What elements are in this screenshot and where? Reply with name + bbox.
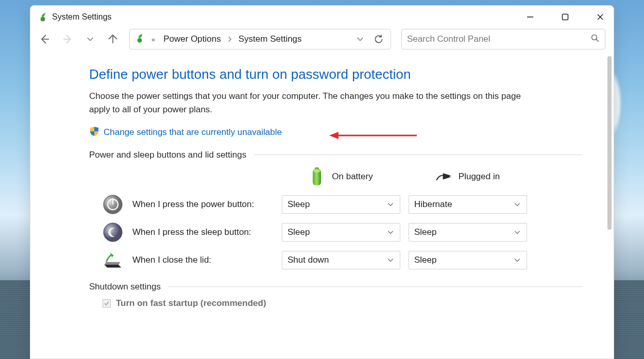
- refresh-button[interactable]: [371, 31, 386, 47]
- admin-link[interactable]: Change settings that are currently unava…: [104, 127, 282, 138]
- recent-locations-button[interactable]: [84, 33, 96, 45]
- breadcrumb-power-options[interactable]: Power Options: [161, 34, 223, 44]
- search-icon[interactable]: [590, 33, 600, 45]
- window-title: System Settings: [52, 12, 112, 22]
- combo-power-button-plugged[interactable]: Hibernate: [409, 195, 527, 214]
- chevron-down-icon: [386, 256, 395, 264]
- combo-value: Sleep: [414, 227, 513, 237]
- maximize-button[interactable]: [557, 9, 573, 25]
- combo-value: Sleep: [414, 255, 513, 265]
- fast-startup-checkbox[interactable]: [103, 299, 111, 307]
- shield-icon: [89, 126, 99, 139]
- chevron-down-icon: [513, 256, 521, 264]
- up-button[interactable]: [107, 33, 119, 45]
- chevron-down-icon: [386, 200, 395, 209]
- breadcrumb-separator-icon: [226, 36, 233, 43]
- address-dropdown-button[interactable]: [352, 31, 368, 47]
- combo-close-lid-plugged[interactable]: Sleep: [409, 251, 527, 269]
- svg-point-9: [138, 38, 142, 43]
- page-description: Choose the power settings that you want …: [89, 90, 532, 117]
- combo-close-lid-battery[interactable]: Shut down: [282, 251, 400, 269]
- combo-value: Hibernate: [414, 199, 513, 210]
- svg-line-4: [598, 14, 603, 20]
- svg-marker-25: [105, 262, 121, 264]
- app-icon: [38, 12, 48, 22]
- search-input[interactable]: [407, 34, 585, 44]
- svg-point-10: [592, 35, 597, 40]
- back-button[interactable]: [39, 33, 51, 45]
- header-on-battery-label: On battery: [332, 172, 372, 182]
- svg-marker-17: [443, 173, 450, 179]
- annotation-arrow-icon: [329, 131, 417, 140]
- svg-rect-3: [563, 14, 568, 20]
- section-rule: [253, 155, 583, 155]
- svg-marker-24: [105, 265, 122, 267]
- section-legend-power-sleep-lid: Power and sleep buttons and lid settings: [89, 150, 246, 160]
- row-power-button: When I press the power button: Sleep Hib…: [89, 194, 583, 215]
- svg-point-23: [104, 223, 122, 242]
- chevron-down-icon: [513, 228, 521, 236]
- page-heading: Define power buttons and turn on passwor…: [89, 66, 583, 82]
- titlebar: System Settings: [30, 6, 614, 28]
- svg-line-5: [598, 14, 603, 20]
- forward-button[interactable]: [61, 33, 74, 45]
- header-plugged-in-label: Plugged in: [459, 172, 500, 182]
- section-rule: [168, 286, 583, 287]
- fast-startup-row: Turn on fast startup (recommended): [89, 298, 583, 309]
- svg-line-11: [596, 39, 599, 42]
- svg-marker-13: [329, 132, 338, 139]
- row-close-lid-label: When I close the lid:: [132, 255, 211, 265]
- fast-startup-label: Turn on fast startup (recommended): [116, 298, 266, 309]
- combo-value: Shut down: [287, 255, 386, 265]
- row-close-lid: When I close the lid: Shut down Sleep: [89, 250, 583, 270]
- vertical-scrollbar[interactable]: [607, 56, 612, 355]
- svg-point-16: [313, 169, 320, 173]
- nav-row: « Power Options System Settings: [30, 28, 614, 53]
- combo-sleep-button-plugged[interactable]: Sleep: [409, 223, 527, 242]
- power-button-icon: [103, 194, 123, 215]
- combo-sleep-button-battery[interactable]: Sleep: [282, 223, 400, 242]
- sleep-button-icon: [103, 222, 123, 243]
- row-power-button-label: When I press the power button:: [132, 199, 254, 210]
- close-button[interactable]: [592, 9, 608, 25]
- breadcrumb-overflow[interactable]: «: [148, 36, 158, 43]
- address-bar[interactable]: « Power Options System Settings: [129, 29, 391, 49]
- combo-power-button-battery[interactable]: Sleep: [282, 195, 400, 214]
- close-lid-icon: [103, 250, 123, 270]
- section-legend-shutdown: Shutdown settings: [89, 282, 161, 292]
- app-icon-small: [134, 32, 145, 46]
- row-sleep-button: When I press the sleep button: Sleep Sle…: [89, 222, 583, 243]
- column-header-plugged-in: Plugged in: [409, 166, 527, 187]
- combo-value: Sleep: [287, 199, 386, 210]
- breadcrumb-system-settings[interactable]: System Settings: [236, 34, 304, 44]
- column-header-on-battery: On battery: [282, 166, 400, 187]
- combo-value: Sleep: [287, 227, 386, 237]
- plug-icon: [436, 166, 451, 187]
- chevron-down-icon: [513, 200, 521, 209]
- scrollbar-thumb[interactable]: [607, 56, 612, 230]
- window-frame: System Settings: [30, 5, 614, 359]
- chevron-down-icon: [386, 228, 395, 236]
- battery-icon: [309, 166, 325, 187]
- row-sleep-button-label: When I press the sleep button:: [132, 227, 251, 237]
- search-box[interactable]: [401, 29, 605, 49]
- minimize-button[interactable]: [522, 9, 538, 25]
